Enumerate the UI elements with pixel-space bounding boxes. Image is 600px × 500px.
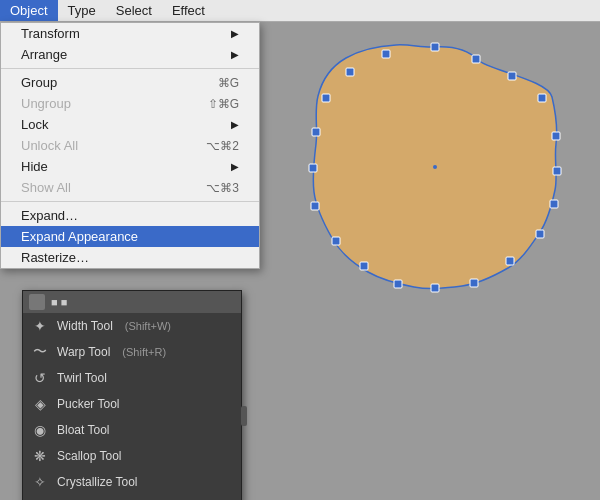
tool-item-twirl[interactable]: ↺ Twirl Tool (23, 365, 241, 391)
svg-rect-9 (470, 279, 478, 287)
menu-item-show-all: Show All ⌥⌘3 (1, 177, 259, 198)
panel-icon (29, 294, 45, 310)
shape-svg (300, 32, 570, 302)
svg-rect-18 (346, 68, 354, 76)
tool-item-bloat[interactable]: ◉ Bloat Tool (23, 417, 241, 443)
svg-rect-2 (508, 72, 516, 80)
svg-rect-4 (552, 132, 560, 140)
menu-item-group[interactable]: Group ⌘G (1, 72, 259, 93)
menu-item-transform[interactable]: Transform ▶ (1, 23, 259, 44)
object-dropdown: Transform ▶ Arrange ▶ Group ⌘G Ungroup ⇧… (0, 22, 260, 269)
tool-item-wrinkle[interactable]: ≋ Wrinkle Tool (23, 495, 241, 500)
svg-rect-3 (538, 94, 546, 102)
svg-rect-13 (332, 237, 340, 245)
menu-item-unlock-all: Unlock All ⌥⌘2 (1, 135, 259, 156)
twirl-tool-icon: ↺ (31, 369, 49, 387)
svg-point-20 (433, 165, 437, 169)
menu-effect[interactable]: Effect (162, 0, 215, 21)
separator (1, 68, 259, 69)
tool-item-warp[interactable]: 〜 Warp Tool (Shift+R) (23, 339, 241, 365)
crystallize-tool-icon: ✧ (31, 473, 49, 491)
width-tool-icon: ✦ (31, 317, 49, 335)
tool-item-scallop[interactable]: ❋ Scallop Tool (23, 443, 241, 469)
svg-rect-6 (550, 200, 558, 208)
svg-rect-16 (312, 128, 320, 136)
svg-rect-14 (311, 202, 319, 210)
svg-rect-11 (394, 280, 402, 288)
tool-item-crystallize[interactable]: ✧ Crystallize Tool (23, 469, 241, 495)
separator (1, 201, 259, 202)
menu-item-hide[interactable]: Hide ▶ (1, 156, 259, 177)
arrow-icon: ▶ (231, 49, 239, 60)
svg-rect-19 (382, 50, 390, 58)
svg-rect-7 (536, 230, 544, 238)
scallop-tool-icon: ❋ (31, 447, 49, 465)
tool-panel: ■ ■ ✦ Width Tool (Shift+W) 〜 Warp Tool (… (22, 290, 242, 500)
panel-resize-handle[interactable] (241, 406, 247, 426)
svg-rect-10 (431, 284, 439, 292)
menu-item-expand-appearance[interactable]: Expand Appearance (1, 226, 259, 247)
arrow-icon: ▶ (231, 28, 239, 39)
menu-object[interactable]: Object (0, 0, 58, 21)
menu-item-arrange[interactable]: Arrange ▶ (1, 44, 259, 65)
bloat-tool-icon: ◉ (31, 421, 49, 439)
menu-item-expand[interactable]: Expand… (1, 205, 259, 226)
svg-rect-1 (472, 55, 480, 63)
svg-rect-17 (322, 94, 330, 102)
arrow-icon: ▶ (231, 119, 239, 130)
menu-item-lock[interactable]: Lock ▶ (1, 114, 259, 135)
tool-item-pucker[interactable]: ◈ Pucker Tool (23, 391, 241, 417)
svg-rect-0 (431, 43, 439, 51)
warp-tool-icon: 〜 (31, 343, 49, 361)
svg-rect-8 (506, 257, 514, 265)
tool-item-width[interactable]: ✦ Width Tool (Shift+W) (23, 313, 241, 339)
tool-panel-header: ■ ■ (23, 291, 241, 313)
arrow-icon: ▶ (231, 161, 239, 172)
pucker-tool-icon: ◈ (31, 395, 49, 413)
panel-label: ■ ■ (51, 296, 67, 308)
menu-type[interactable]: Type (58, 0, 106, 21)
menu-item-ungroup: Ungroup ⇧⌘G (1, 93, 259, 114)
svg-rect-15 (309, 164, 317, 172)
svg-rect-5 (553, 167, 561, 175)
svg-rect-12 (360, 262, 368, 270)
shape-container (300, 32, 570, 302)
menu-select[interactable]: Select (106, 0, 162, 21)
menubar: Object Type Select Effect (0, 0, 600, 22)
menu-item-rasterize[interactable]: Rasterize… (1, 247, 259, 268)
